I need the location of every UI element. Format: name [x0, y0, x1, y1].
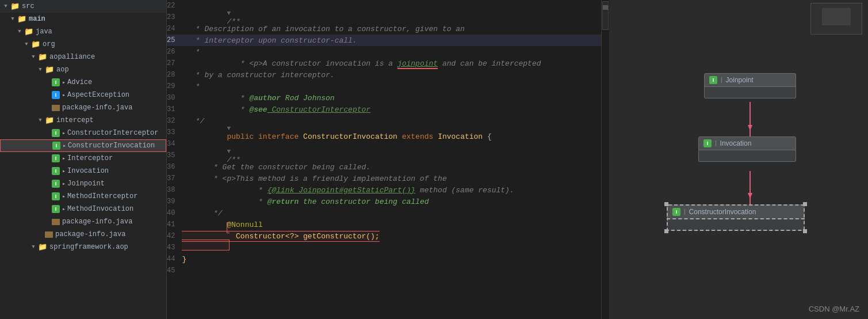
sidebar-item-ConstructorInterceptor[interactable]: ▶ I ▸ ConstructorInterceptor [0, 127, 166, 139]
sidebar-item-label: aop [56, 66, 69, 74]
access-icon: ▸ [63, 142, 66, 149]
package-icon [52, 219, 60, 225]
interface-badge-green: I [52, 78, 60, 86]
minimap-diagram [810, 3, 862, 35]
sidebar-item-main[interactable]: ▼ 📁 main [0, 13, 166, 25]
sidebar-item-package-info-org[interactable]: ▶ package-info.java [0, 228, 166, 241]
code-area[interactable]: 22 23 ▼ /** 24 * Description of an invoc… [167, 0, 601, 319]
interface-badge-green: I [52, 167, 60, 175]
code-content: 22 23 ▼ /** 24 * Description of an invoc… [167, 0, 601, 319]
sidebar-item-java[interactable]: ▼ 📁 java [0, 25, 166, 38]
code-line-23: 23 ▼ /** [167, 12, 601, 23]
svg-marker-1 [748, 125, 752, 131]
fold-icon: ▼ [227, 148, 231, 155]
access-icon: ▸ [62, 168, 66, 174]
uml-badge-invocation: I [703, 139, 712, 147]
sidebar-item-src[interactable]: ▼ 📁 src [0, 0, 166, 13]
diagram-panel: I | Joinpoint I | Invocation I | Constru… [609, 0, 868, 319]
interface-badge-blue: I [52, 91, 60, 99]
uml-diagram: I | Joinpoint I | Invocation I | Constru… [635, 62, 842, 257]
folder-icon: 📁 [45, 65, 54, 74]
sidebar-item-org[interactable]: ▼ 📁 org [0, 38, 166, 51]
sidebar-item-Advice[interactable]: ▶ I ▸ Advice [0, 76, 166, 89]
sidebar-item-Interceptor[interactable]: ▶ I ▸ Interceptor [0, 152, 166, 165]
sidebar-item-Invocation[interactable]: ▶ I ▸ Invocation [0, 165, 166, 177]
sidebar-item-label: java [36, 28, 52, 36]
code-line-24: 24 * Description of an invocation to a c… [167, 23, 601, 35]
chevron-icon: ▼ [16, 29, 23, 35]
sidebar-item-label: Joinpoint [67, 180, 105, 188]
sidebar-item-label: main [29, 15, 45, 23]
package-icon [52, 105, 60, 111]
file-tree: ▼ 📁 src ▼ 📁 main ▼ 📁 java ▼ 📁 org ▼ 📁 ao… [0, 0, 167, 319]
access-icon: ▸ [62, 79, 66, 86]
access-icon: ▸ [62, 92, 66, 98]
sidebar-item-intercept[interactable]: ▼ 📁 intercept [0, 114, 166, 127]
interface-badge-green: I [52, 142, 60, 150]
code-line-31: 31 * @see ConstructorInterceptor [167, 104, 601, 115]
chevron-icon: ▼ [30, 244, 37, 250]
boxed-code: Constructor<?> getConstructor(); [182, 222, 379, 250]
sidebar-item-package-info-intercept[interactable]: ▶ package-info.java [0, 215, 166, 228]
interface-badge-green: I [52, 180, 60, 188]
uml-separator-invocation: | [714, 140, 718, 147]
sidebar-item-label: Advice [67, 78, 92, 86]
sidebar-item-label: Interceptor [67, 154, 113, 162]
minimap-content [822, 8, 851, 25]
handle-tr [803, 202, 807, 206]
minimap-thumb [603, 5, 608, 10]
watermark: CSDN @Mr.AZ [809, 305, 859, 313]
interface-badge-green: I [52, 192, 60, 200]
chevron-icon: ▼ [9, 16, 16, 22]
code-line-36: 36 * Get the constructor being called. [167, 161, 601, 173]
uml-box-invocation[interactable]: I | Invocation [698, 136, 796, 162]
code-line-27: 27 * <p>A constructor invocation is a jo… [167, 58, 601, 69]
sidebar-item-label: intercept [56, 116, 94, 124]
chevron-icon: ▼ [37, 67, 44, 73]
sidebar-item-springframework-aop[interactable]: ▼ 📁 springframework.aop [0, 241, 166, 253]
sidebar-item-Joinpoint[interactable]: ▶ I ▸ Joinpoint [0, 177, 166, 190]
code-line-42: 42 Constructor<?> getConstructor(); [167, 230, 601, 242]
sidebar-item-label: ConstructorInvocation [68, 142, 155, 150]
uml-badge-constructor: I [672, 208, 680, 216]
handle-br [803, 229, 807, 233]
uml-box-joinpoint-body [704, 87, 796, 98]
uml-title-constructor: ConstructorInvocation [689, 208, 756, 216]
sidebar-item-label: Invocation [67, 167, 109, 175]
sidebar-item-ConstructorInvocation[interactable]: ▶ I ▸ ConstructorInvocation [0, 139, 166, 152]
uml-box-constructor-invocation[interactable]: I | ConstructorInvocation [667, 204, 805, 231]
code-line-35: 35 ▼ /** [167, 150, 601, 161]
folder-icon: 📁 [10, 2, 20, 11]
folder-icon: 📁 [31, 40, 40, 49]
sidebar-item-MethodInvocation[interactable]: ▶ I ▸ MethodInvocation [0, 203, 166, 215]
sidebar-item-aopalliance[interactable]: ▼ 📁 aopalliance [0, 51, 166, 63]
minimap [602, 1, 609, 30]
folder-icon: 📁 [24, 27, 33, 36]
sidebar-item-label: package-info.java [55, 230, 125, 238]
sidebar-item-label: package-info.java [62, 104, 132, 112]
scroll-track [601, 0, 609, 319]
sidebar-item-aop[interactable]: ▼ 📁 aop [0, 63, 166, 76]
sidebar-item-label: src [22, 2, 35, 10]
chevron-icon: ▼ [37, 117, 44, 123]
code-line-33: 33 ▼ public interface ConstructorInvocat… [167, 127, 601, 138]
folder-icon: 📁 [38, 52, 47, 62]
access-icon: ▸ [62, 193, 66, 200]
sidebar-item-package-info-aop[interactable]: ▶ package-info.java [0, 101, 166, 114]
uml-box-joinpoint[interactable]: I | Joinpoint [704, 73, 796, 98]
svg-marker-3 [748, 193, 752, 199]
sidebar-item-MethodInterceptor[interactable]: ▶ I ▸ MethodInterceptor [0, 190, 166, 203]
code-editor: 22 23 ▼ /** 24 * Description of an invoc… [167, 0, 601, 319]
uml-box-constructor-header: I | ConstructorInvocation [667, 204, 805, 219]
handle-bl [664, 229, 668, 233]
interface-badge-green: I [52, 205, 60, 213]
sidebar-item-label: MethodInterceptor [67, 192, 137, 200]
folder-icon: 📁 [17, 14, 26, 24]
uml-separator-joinpoint: | [720, 77, 724, 83]
sidebar-item-label: springframework.aop [49, 243, 128, 251]
folder-icon: 📁 [45, 116, 54, 125]
sidebar-item-label: ConstructorInterceptor [67, 129, 158, 137]
sidebar-item-AspectException[interactable]: ▶ I ▸ AspectException [0, 89, 166, 101]
uml-title-joinpoint: Joinpoint [726, 76, 754, 84]
chevron-icon: ▼ [2, 3, 9, 9]
